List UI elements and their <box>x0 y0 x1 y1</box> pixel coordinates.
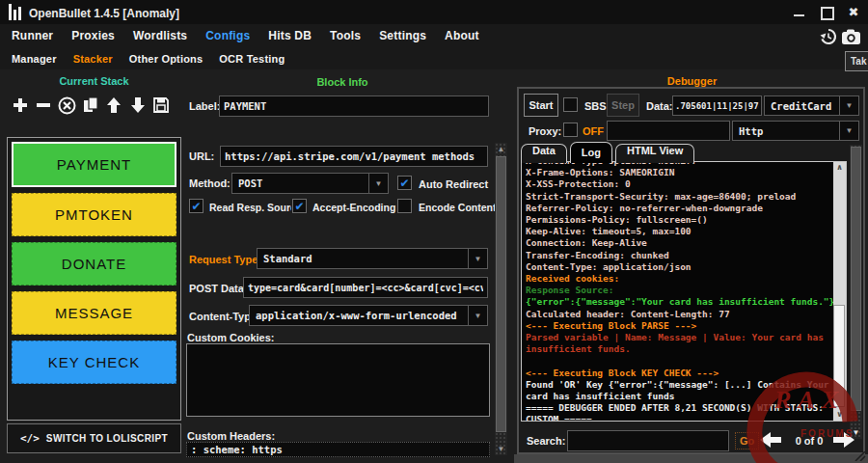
scroll-up-icon[interactable]: ▲ <box>495 145 507 153</box>
auto-redirect-label: Auto Redirect <box>419 179 488 190</box>
proxy-type-select[interactable]: Http <box>732 121 859 141</box>
submenu-item[interactable]: Stacker <box>73 53 113 65</box>
clear-stack-icon[interactable] <box>57 94 78 117</box>
auto-redirect-checkbox[interactable]: ✔ <box>397 176 412 190</box>
debugger-tab[interactable]: HTML View <box>615 144 694 163</box>
debugger-tab[interactable]: Data <box>521 144 567 163</box>
menu-item[interactable]: Settings <box>379 29 426 42</box>
stack-block[interactable]: PAYMENT <box>12 142 176 187</box>
menu-item[interactable]: Tools <box>330 29 361 42</box>
scrollbar-thumb[interactable] <box>851 147 861 411</box>
save-config-icon[interactable] <box>150 94 172 117</box>
add-block-icon[interactable] <box>10 94 31 117</box>
proxy-checkbox[interactable] <box>563 123 578 137</box>
menu-item[interactable]: Proxies <box>71 29 115 42</box>
debugger-tab[interactable]: Log <box>570 142 612 163</box>
post-data-label: POST Data: <box>189 284 248 294</box>
menu-item[interactable]: Configs <box>205 29 250 42</box>
current-stack-title: Current Stack <box>0 76 188 87</box>
read-resp-source-checkbox[interactable]: ✔ <box>189 199 203 213</box>
move-up-icon[interactable] <box>103 94 124 117</box>
openbullet-logo-icon <box>9 4 26 20</box>
openbullet-window: OpenBullet 1.4.5 [Anomaly] ✖ RunnerProxi… <box>0 0 868 463</box>
scroll-down-icon[interactable]: ∨ <box>833 409 846 421</box>
accept-encoding-checkbox[interactable]: ✔ <box>292 199 307 213</box>
remove-block-icon[interactable] <box>33 94 54 117</box>
scrollbar-thumb[interactable] <box>496 156 506 432</box>
scrollbar-thumb[interactable] <box>833 305 845 407</box>
stack-block[interactable]: MESSAGE <box>12 291 176 335</box>
debugger-scrollbar[interactable]: ▼ <box>850 145 862 439</box>
stack-block[interactable]: PMTOKEN <box>12 193 176 236</box>
custom-headers-label: Custom Headers: <box>187 431 275 442</box>
search-input[interactable] <box>567 430 729 451</box>
log-line: Response Source: <box>526 285 830 296</box>
window-bottom-edge <box>514 454 868 463</box>
main-menu: RunnerProxiesWordlistsConfigsHits DBTool… <box>0 24 868 47</box>
log-line: X-Frame-Options: SAMEORIGIN <box>526 167 830 178</box>
menu-item[interactable]: Hits DB <box>268 29 312 42</box>
log-line: Referrer-Policy: no-referrer-when-downgr… <box>526 203 830 214</box>
log-scrollbar[interactable]: ∧ ∨ <box>833 162 846 421</box>
stack-block[interactable]: KEY CHECK <box>12 340 176 384</box>
block-info-title: Block Info <box>183 77 502 88</box>
move-down-icon[interactable] <box>127 94 149 117</box>
log-line: Connection: Keep-Alive <box>526 237 830 249</box>
maximize-button[interactable] <box>820 6 833 18</box>
go-button[interactable]: Go <box>735 432 759 449</box>
post-data-input[interactable] <box>243 277 488 298</box>
content-type-select[interactable]: application/x-www-form-urlencoded <box>249 305 488 326</box>
scroll-down-icon[interactable]: ▼ <box>495 445 507 453</box>
submenu-item[interactable]: Other Options <box>129 53 203 65</box>
data-input[interactable] <box>672 95 762 116</box>
log-line: <--- Executing Block KEY CHECK ---> <box>526 368 830 379</box>
proxy-status: OFF <box>583 126 604 137</box>
stack-block[interactable]: DONATE <box>12 242 176 286</box>
wordlist-type-select[interactable]: CreditCard <box>764 95 859 116</box>
next-match-icon[interactable] <box>831 430 856 449</box>
sbs-checkbox[interactable] <box>563 97 578 112</box>
log-line: Keep-Alive: timeout=5, max=100 <box>526 226 830 237</box>
minimize-button[interactable] <box>793 6 806 18</box>
dropdown-arrow-icon <box>468 306 487 325</box>
log-line: {"error":{"message":"Your card has insuf… <box>526 296 830 308</box>
search-label: Search: <box>527 436 565 447</box>
submenu-item[interactable]: OCR Testing <box>219 53 285 65</box>
take-screenshot-button[interactable]: Tak <box>845 51 868 71</box>
menu-item[interactable]: About <box>445 29 479 42</box>
encode-content-checkbox[interactable] <box>397 199 412 213</box>
log-line: Content-Type: application/json <box>526 261 830 273</box>
encode-content-label: Encode Content <box>419 203 497 213</box>
history-icon[interactable] <box>819 28 838 45</box>
scroll-up-icon[interactable]: ∧ <box>833 162 846 174</box>
block-info-scrollbar[interactable]: ▲ ▼ <box>495 143 507 455</box>
proxy-label: Proxy: <box>529 126 561 137</box>
submenu-item[interactable]: Manager <box>12 53 57 65</box>
proxy-input[interactable] <box>607 121 730 141</box>
previous-match-icon[interactable] <box>758 430 783 449</box>
debugger-title: Debugger <box>521 76 863 87</box>
custom-cookies-label: Custom Cookies: <box>187 333 274 343</box>
log-line: card has insufficient funds <box>526 391 830 402</box>
dropdown-arrow-icon <box>368 174 388 193</box>
request-type-select[interactable]: Standard <box>257 248 488 269</box>
start-button[interactable]: Start <box>524 94 558 117</box>
camera-icon[interactable] <box>841 28 861 45</box>
method-select[interactable]: POST <box>231 173 389 194</box>
custom-cookies-textarea[interactable] <box>186 343 490 417</box>
log-line: Calculated header: Content-Length: 77 <box>526 309 830 320</box>
log-line: Parsed variable | Name: Message | Value:… <box>526 332 830 343</box>
custom-headers-textarea[interactable]: : scheme: https <box>186 442 490 457</box>
step-button[interactable]: Step <box>607 94 639 117</box>
menu-item[interactable]: Wordlists <box>133 29 187 42</box>
clone-block-icon[interactable] <box>80 94 101 117</box>
log-output[interactable]: X-Content-Type-Options: nosniffX-Frame-O… <box>521 161 847 422</box>
log-line: ===== DEBUGGER ENDED AFTER 8,21 SECOND(S… <box>526 402 830 414</box>
url-input[interactable] <box>220 146 488 167</box>
resize-grip-icon[interactable] <box>854 451 866 461</box>
label-input[interactable] <box>219 95 489 117</box>
close-button[interactable]: ✖ <box>847 6 860 18</box>
menu-item[interactable]: Runner <box>12 29 53 42</box>
log-line: Received cookies: <box>526 273 830 285</box>
switch-to-loliscript-button[interactable]: </> SWITCH TO LOLISCRIPT <box>7 423 181 453</box>
